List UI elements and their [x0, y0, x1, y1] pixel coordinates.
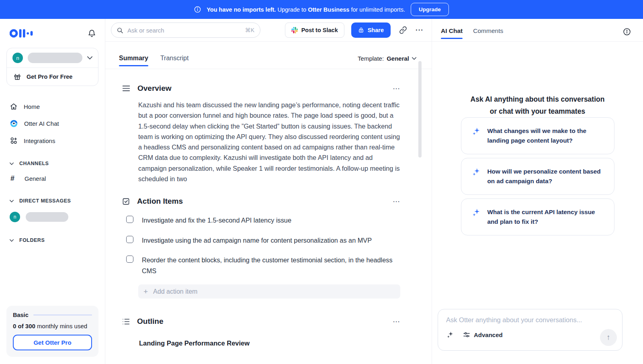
sidebar-item-home[interactable]: Home — [0, 98, 105, 115]
otter-ai-chat-icon — [10, 119, 18, 128]
copy-link-icon[interactable] — [399, 26, 407, 34]
share-button[interactable]: Share — [351, 22, 391, 38]
dm-avatar: n — [10, 212, 20, 222]
template-selector[interactable]: Template: General — [358, 55, 416, 69]
workspace-switcher: n Get Pro For Free — [6, 48, 98, 86]
overview-paragraph: Kazushi and his team discussed the new l… — [138, 100, 400, 184]
tab-ai-chat[interactable]: AI Chat — [441, 27, 463, 41]
search-shortcut: ⌘K — [245, 27, 254, 33]
overview-menu-icon[interactable]: ··· — [393, 85, 400, 92]
share-button-label: Share — [368, 27, 384, 33]
user-avatar: n — [12, 53, 23, 63]
ai-suggestion-card[interactable]: How will we personalize content based on… — [461, 158, 614, 195]
checkbox[interactable] — [126, 216, 133, 223]
ai-panel-heading: Ask AI anything about this conversation … — [432, 93, 643, 117]
sparkles-icon — [472, 127, 481, 136]
channel-label: General — [25, 175, 46, 182]
banner-text: You have no imports left. Upgrade to Ott… — [207, 6, 405, 13]
chevron-down-icon — [10, 239, 14, 242]
ai-suggestion-card[interactable]: What changes will we make to the landing… — [461, 117, 614, 154]
direct-messages-section-header[interactable]: DIRECT MESSAGES — [0, 194, 105, 208]
folders-section-header[interactable]: FOLDERS — [0, 233, 105, 247]
import-limit-banner: You have no imports left. Upgrade to Ott… — [0, 0, 643, 19]
sidebar-item-otter-ai-chat[interactable]: Otter AI Chat — [0, 115, 105, 132]
action-item-row: Reorder the content blocks, including th… — [126, 255, 400, 276]
search-icon — [117, 27, 123, 34]
dm-name-redacted — [26, 212, 68, 222]
more-options-icon[interactable]: ··· — [416, 26, 424, 34]
chevron-down-icon — [412, 57, 416, 60]
suggestion-label: What is the current API latency issue an… — [487, 207, 604, 227]
profile-row[interactable]: n — [7, 48, 98, 67]
suggestion-label: How will we personalize content based on… — [487, 167, 604, 186]
sliders-icon — [463, 331, 470, 338]
hash-icon: # — [10, 174, 18, 183]
overview-section-icon — [122, 85, 130, 92]
plan-usage-text: 0 of 300 monthly mins used — [13, 323, 92, 329]
chevron-down-icon — [10, 162, 14, 165]
ask-otter-input-box[interactable]: Advanced ↑ — [438, 309, 623, 351]
main-panel: ⌘K Post to Slack — [105, 19, 432, 364]
get-otter-pro-button[interactable]: Get Otter Pro — [13, 335, 92, 350]
channels-section-header[interactable]: CHANNELS — [0, 156, 105, 171]
user-name-redacted — [28, 53, 82, 63]
get-pro-for-free[interactable]: Get Pro For Free — [7, 67, 98, 86]
chevron-down-icon — [10, 200, 14, 202]
outline-title: Outline — [137, 317, 163, 326]
action-item-label: Reorder the content blocks, including th… — [142, 255, 394, 276]
advanced-toggle[interactable]: Advanced — [463, 331, 503, 338]
send-button[interactable]: ↑ — [600, 329, 617, 346]
plus-icon: + — [143, 287, 148, 296]
plan-name: Basic — [13, 312, 29, 318]
add-action-item[interactable]: + Add action item — [138, 284, 400, 299]
overview-title: Overview — [137, 84, 172, 93]
action-item-label: Investigate using the ad campaign name f… — [142, 235, 372, 246]
suggestion-label: What changes will we make to the landing… — [487, 126, 604, 145]
info-icon — [194, 6, 201, 13]
checkbox[interactable] — [126, 236, 133, 243]
action-item-row: Investigate using the ad campaign name f… — [126, 235, 400, 246]
sidebar-item-label: Integrations — [24, 137, 55, 144]
tab-comments[interactable]: Comments — [473, 27, 503, 41]
slack-button-label: Post to Slack — [301, 27, 338, 33]
scrollbar-thumb[interactable] — [418, 61, 422, 157]
post-to-slack-button[interactable]: Post to Slack — [285, 22, 344, 38]
action-item-row: Investigate and fix the 1.5-second API l… — [126, 215, 400, 226]
sidebar-item-label: Home — [24, 103, 40, 110]
checkbox[interactable] — [126, 256, 133, 263]
template-value: General — [387, 55, 409, 62]
direct-messages-label: DIRECT MESSAGES — [19, 198, 71, 204]
ai-suggestion-card[interactable]: What is the current API latency issue an… — [461, 198, 614, 235]
lock-icon — [358, 27, 364, 33]
outline-menu-icon[interactable]: ··· — [393, 318, 400, 325]
tab-transcript[interactable]: Transcript — [160, 55, 189, 69]
dm-item[interactable]: n — [0, 208, 105, 226]
integrations-icon — [10, 137, 18, 145]
tab-summary[interactable]: Summary — [119, 55, 148, 69]
add-action-item-label: Add action item — [153, 288, 197, 295]
action-item-label: Investigate and fix the 1.5-second API l… — [142, 215, 291, 226]
sidebar-item-integrations[interactable]: Integrations — [0, 132, 105, 149]
slack-icon — [291, 27, 298, 33]
upgrade-button[interactable]: Upgrade — [411, 3, 449, 16]
info-icon[interactable] — [623, 28, 631, 36]
channel-general[interactable]: # General — [0, 171, 105, 186]
channels-label: CHANNELS — [19, 161, 49, 166]
outline-first-item: Landing Page Performance Review — [139, 339, 400, 347]
search-input[interactable] — [127, 27, 241, 34]
arrow-up-icon: ↑ — [606, 333, 610, 342]
ask-otter-input[interactable] — [446, 316, 614, 324]
advanced-label: Advanced — [474, 331, 503, 338]
sparkles-icon — [472, 208, 481, 217]
notifications-bell-icon[interactable] — [88, 29, 96, 38]
plan-usage-card: Basic 0 of 300 monthly mins used Get Ott… — [6, 306, 98, 357]
outline-section-icon — [122, 318, 130, 325]
gift-icon — [13, 73, 21, 81]
search-box[interactable]: ⌘K — [111, 22, 260, 38]
folders-label: FOLDERS — [19, 237, 45, 243]
home-icon — [10, 102, 18, 110]
sparkles-icon[interactable] — [446, 331, 454, 339]
get-pro-label: Get Pro For Free — [27, 74, 72, 80]
action-items-menu-icon[interactable]: ··· — [393, 198, 400, 205]
otter-logo[interactable] — [10, 28, 36, 39]
